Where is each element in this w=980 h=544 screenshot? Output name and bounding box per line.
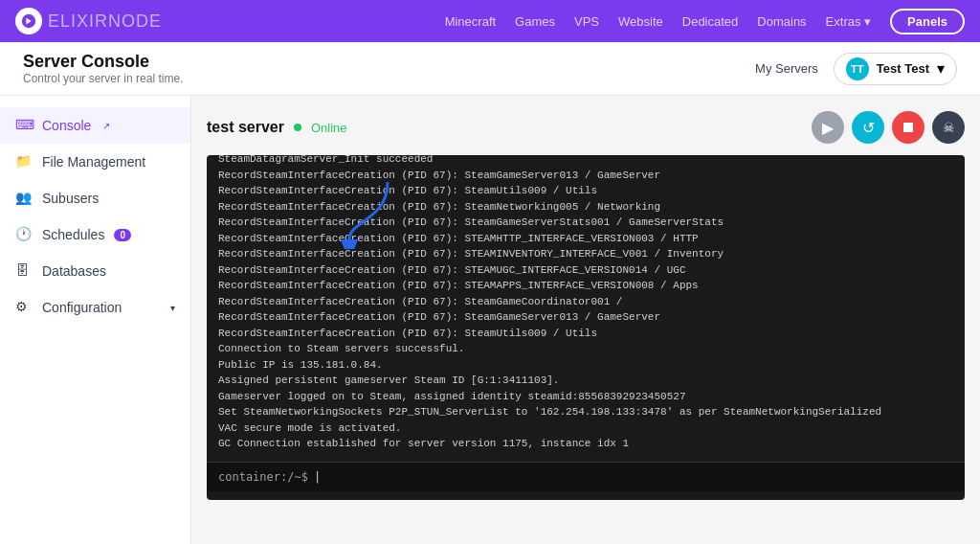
server-name: test server: [207, 119, 284, 136]
console-log-line: VAC secure mode is activated.: [218, 420, 953, 437]
page-subtitle: Control your server in real time.: [23, 72, 183, 85]
sidebar-item-subusers[interactable]: 👥 Subusers: [0, 180, 190, 216]
console-wrapper: RecordSteamInterfaceCreation (PID 67): S…: [207, 155, 965, 500]
avatar: TT: [846, 57, 869, 80]
user-badge[interactable]: TT Test Test ▾: [834, 53, 957, 85]
console-log-line: RecordSteamInterfaceCreation (PID 67): S…: [218, 294, 953, 310]
header-right: My Servers TT Test Test ▾: [755, 53, 957, 85]
console-log-line: Gameserver logged on to Steam, assigned …: [218, 389, 953, 405]
nav-games[interactable]: Games: [515, 14, 555, 29]
users-icon: 👥: [15, 190, 33, 207]
sidebar-item-schedules[interactable]: 🕐 Schedules 0: [0, 216, 190, 253]
console-prompt: container:/~$: [218, 470, 308, 484]
database-icon: 🗄: [15, 262, 33, 280]
page-title: Server Console: [23, 52, 183, 72]
folder-icon: 📁: [15, 153, 33, 170]
console-log-line: Set SteamNetworkingSockets P2P_STUN_Serv…: [218, 404, 953, 420]
nav-extras[interactable]: Extras ▾: [826, 14, 871, 29]
sidebar-item-configuration[interactable]: ⚙ Configuration ▾: [0, 289, 190, 326]
sidebar-item-label: Console: [42, 118, 91, 133]
logo-icon: [15, 8, 42, 34]
stop-button[interactable]: ⏹: [892, 111, 924, 144]
sidebar-item-label: Schedules: [42, 227, 104, 242]
chevron-down-icon: ▾: [170, 303, 175, 313]
top-navigation: ELIXIRNODE Minecraft Games VPS Website D…: [0, 0, 980, 42]
kill-button[interactable]: ☠: [932, 111, 965, 144]
logo[interactable]: ELIXIRNODE: [15, 8, 162, 34]
sidebar-item-console[interactable]: ⌨ Console ↗: [0, 107, 190, 144]
restart-button[interactable]: ↺: [852, 111, 884, 144]
terminal-icon: ⌨: [15, 117, 33, 134]
console-log-line: SteamDatagramServer_Init succeeded: [218, 155, 953, 168]
server-info: test server Online: [207, 119, 347, 136]
external-link-icon: ↗: [102, 121, 110, 131]
console-log-line: RecordSteamInterfaceCreation (PID 67): S…: [218, 215, 953, 231]
server-actions: ▶ ↺ ⏹ ☠: [812, 111, 965, 144]
console-log-line: Public IP is 135.181.0.84.: [218, 357, 953, 374]
main-content: test server Online ▶ ↺ ⏹ ☠ RecordSteamIn…: [191, 96, 980, 544]
sidebar-item-label: Databases: [42, 263, 106, 279]
console-log-line: GC Connection established for server ver…: [218, 436, 953, 452]
schedules-badge: 0: [114, 229, 131, 241]
nav-website[interactable]: Website: [618, 14, 663, 29]
panels-button[interactable]: Panels: [890, 9, 965, 34]
sidebar-item-label: Configuration: [42, 300, 122, 315]
sidebar-item-file-management[interactable]: 📁 File Management: [0, 144, 190, 180]
nav-links: Minecraft Games VPS Website Dedicated Do…: [445, 9, 965, 34]
my-servers-link[interactable]: My Servers: [755, 61, 818, 76]
sidebar-item-label: Subusers: [42, 191, 99, 206]
sidebar-item-databases[interactable]: 🗄 Databases: [0, 253, 190, 289]
console-log-line: RecordSteamInterfaceCreation (PID 67): S…: [218, 262, 953, 279]
page-header: Server Console Control your server in re…: [0, 42, 980, 96]
logo-text: ELIXIRNODE: [48, 11, 162, 32]
console-log-line: Connection to Steam servers successful.: [218, 341, 953, 357]
console-log-line: RecordSteamInterfaceCreation (PID 67): S…: [218, 278, 953, 294]
console-input-bar: container:/~$ |: [207, 462, 965, 491]
chevron-down-icon: ▾: [937, 59, 945, 78]
gear-icon: ⚙: [15, 299, 33, 316]
status-text: Online: [311, 121, 347, 135]
console-log-line: RecordSteamInterfaceCreation (PID 67): S…: [218, 231, 953, 247]
nav-vps[interactable]: VPS: [574, 14, 599, 29]
console-log-line: RecordSteamInterfaceCreation (PID 67): S…: [218, 326, 953, 342]
console-log-line: RecordSteamInterfaceCreation (PID 67): S…: [218, 183, 953, 199]
console-log-line: RecordSteamInterfaceCreation (PID 67): S…: [218, 246, 953, 262]
console-log-line: RecordSteamInterfaceCreation (PID 67): S…: [218, 199, 953, 215]
nav-dedicated[interactable]: Dedicated: [682, 14, 739, 29]
console-log-line: RecordSteamInterfaceCreation (PID 67): S…: [218, 168, 953, 184]
nav-minecraft[interactable]: Minecraft: [445, 14, 496, 29]
console-cursor: |: [314, 470, 321, 484]
header-left: Server Console Control your server in re…: [23, 52, 183, 85]
start-button[interactable]: ▶: [812, 111, 844, 144]
nav-domains[interactable]: Domains: [757, 14, 806, 29]
console-output[interactable]: RecordSteamInterfaceCreation (PID 67): S…: [207, 155, 965, 462]
server-bar: test server Online ▶ ↺ ⏹ ☠: [207, 111, 965, 144]
sidebar: ⌨ Console ↗ 📁 File Management 👥 Subusers…: [0, 96, 191, 544]
status-indicator: [294, 124, 301, 131]
sidebar-item-label: File Management: [42, 154, 145, 170]
main-layout: ⌨ Console ↗ 📁 File Management 👥 Subusers…: [0, 96, 980, 544]
console-log-line: Assigned persistent gameserver Steam ID …: [218, 373, 953, 389]
console-log-line: RecordSteamInterfaceCreation (PID 67): S…: [218, 309, 953, 326]
user-name: Test Test: [877, 61, 929, 76]
clock-icon: 🕐: [15, 226, 33, 243]
